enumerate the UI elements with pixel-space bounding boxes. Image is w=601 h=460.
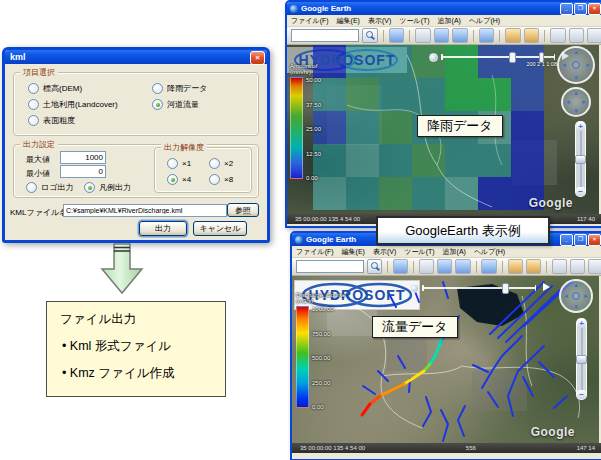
menu-edit[interactable]: 編集(E) [342,247,365,257]
maximize-icon[interactable]: ❐ [574,234,587,246]
toolbar-icon[interactable] [569,28,585,43]
clock-icon[interactable] [410,284,419,293]
pan-left-icon[interactable]: ◄ [561,62,567,68]
toolbar-icon[interactable] [505,28,521,43]
zoom-out-icon[interactable]: − [576,187,585,196]
radio-river-discharge[interactable]: 河道流量 [152,99,199,110]
zoom-slider[interactable]: + − [576,318,587,400]
search-icon[interactable] [362,28,378,43]
time-slider-handle[interactable] [509,52,516,63]
minimize-icon[interactable]: _ [560,234,573,246]
look-right-icon[interactable]: ► [581,99,587,105]
toolbar-icon[interactable] [550,28,566,43]
menu-help[interactable]: ヘルプ(H) [469,16,500,26]
radio-surface-roughness[interactable]: 表面粗度 [28,115,75,126]
browse-button[interactable]: 参照 [227,203,259,217]
zoom-out-icon[interactable]: − [577,390,586,399]
time-slider-track[interactable] [422,287,536,289]
pan-up-icon[interactable]: ▲ [573,49,579,55]
map-view-discharge[interactable]: HYDROSOFT Discharge_Course (m3/s) 1000.0… [292,276,599,443]
output-button[interactable]: 出力 [139,221,187,236]
radio-res-x4[interactable]: ×4 [167,174,191,185]
zoom-track[interactable] [581,328,583,355]
toolbar-icon[interactable] [508,259,523,274]
toolbar-icon[interactable] [393,259,408,274]
compass-center-icon[interactable] [572,292,580,300]
look-left-icon[interactable]: ◄ [565,99,571,105]
zoom-handle[interactable] [576,355,587,364]
zoom-slider[interactable]: + − [575,121,586,197]
toolbar-icon[interactable] [570,259,585,274]
menu-file[interactable]: ファイル(F) [291,16,329,26]
toolbar-icon[interactable] [452,28,468,43]
toolbar-icon[interactable] [479,28,495,43]
pan-left-icon[interactable]: ◄ [563,293,569,299]
min-value-input[interactable] [60,165,106,178]
zoom-handle[interactable] [575,155,586,164]
toolbar-icon[interactable] [552,259,567,274]
dialog-titlebar[interactable]: kml × [5,50,267,64]
toolbar-icon[interactable] [437,259,452,274]
zoom-track[interactable] [580,131,582,155]
maximize-icon[interactable]: ❐ [574,3,587,15]
toolbar-icon[interactable] [588,259,601,274]
menu-view[interactable]: 表示(V) [373,247,396,257]
zoom-track[interactable] [581,364,583,391]
compass-center-icon[interactable] [572,61,580,69]
toolbar-icon[interactable] [524,28,540,43]
menu-add[interactable]: 追加(A) [438,16,461,26]
radio-res-x2[interactable]: ×2 [209,158,233,169]
toolbar-icon[interactable] [455,259,470,274]
toolbar-icon[interactable] [481,259,496,274]
play-icon[interactable] [543,283,550,291]
toolbar-icon[interactable] [587,28,601,43]
search-input[interactable] [296,260,364,273]
menu-tools[interactable]: ツール(T) [399,16,429,26]
compass-navigation[interactable]: ▲ ▼ ◄ ► [557,46,595,84]
pan-right-icon[interactable]: ► [585,62,591,68]
toolbar-icon[interactable] [389,28,405,43]
minimize-icon[interactable]: _ [560,3,573,15]
radio-res-x1[interactable]: ×1 [167,158,191,169]
zoom-in-icon[interactable]: + [577,319,586,328]
max-value-input[interactable] [60,151,106,164]
toolbar-icon[interactable] [419,259,434,274]
search-input[interactable] [291,29,359,42]
close-icon[interactable]: × [250,51,265,65]
radio-legend-output[interactable]: 凡例出力 [84,182,131,193]
time-slider-handle[interactable] [502,283,509,294]
menu-help[interactable]: ヘルプ(H) [474,247,505,257]
radio-rainfall-data[interactable]: 降雨データ [152,83,207,94]
look-joystick[interactable]: ▲ ▼ ◄ ► [561,87,591,117]
radio-elevation-dem[interactable]: 標高(DEM) [28,83,82,94]
toolbar-icon[interactable] [526,259,541,274]
look-up-icon[interactable]: ▲ [573,90,579,96]
time-slider-track[interactable] [441,56,555,58]
pan-up-icon[interactable]: ▲ [573,282,579,288]
kml-filename-input[interactable] [63,204,227,217]
menu-tools[interactable]: ツール(T) [404,247,434,257]
toolbar-icon[interactable] [415,28,431,43]
menu-add[interactable]: 追加(A) [443,247,466,257]
pan-down-icon[interactable]: ▼ [573,304,579,310]
radio-res-x8[interactable]: ×8 [209,174,233,185]
zoom-track[interactable] [580,164,582,188]
radio-landcover[interactable]: 土地利用(Landcover) [28,99,118,110]
time-slider[interactable]: 200 2 1 1:08 [429,50,571,70]
look-down-icon[interactable]: ▼ [573,108,579,114]
pan-right-icon[interactable]: ► [583,293,589,299]
pan-down-icon[interactable]: ▼ [573,75,579,81]
menu-edit[interactable]: 編集(E) [337,16,360,26]
menu-view[interactable]: 表示(V) [368,16,391,26]
menu-file[interactable]: ファイル(F) [296,247,334,257]
compass-navigation[interactable]: ▲ ▼ ◄ ► [559,279,593,313]
radio-logo-output[interactable]: ロゴ出力 [26,182,73,193]
zoom-in-icon[interactable]: + [576,122,585,131]
search-icon[interactable] [367,259,382,274]
map-view-rainfall[interactable]: HYDROSOFT 200 2 1 1:08 Amount of (mm/hr)… [287,45,599,214]
cancel-button[interactable]: キャンセル [193,221,247,236]
window-titlebar[interactable]: Google Earth _ ❐ × [287,2,601,15]
close-icon[interactable]: × [588,234,601,246]
close-icon[interactable]: × [588,3,601,15]
toolbar-icon[interactable] [434,28,450,43]
